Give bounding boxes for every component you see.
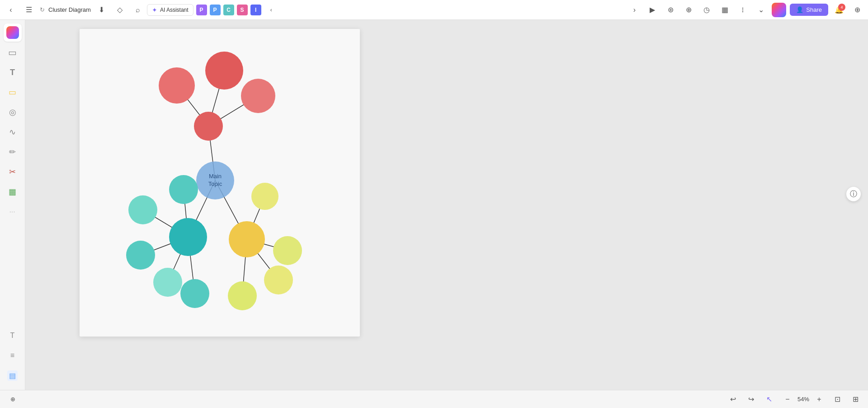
svg-point-17: [205, 52, 243, 90]
sidebar-item-styles[interactable]: [4, 24, 22, 42]
grid-button[interactable]: ▦: [717, 3, 732, 17]
notification-button[interactable]: 🔔 4: [832, 3, 846, 17]
zoom-in-button[interactable]: +: [812, 392, 826, 407]
svg-point-23: [169, 175, 198, 204]
styles-icon: [6, 26, 19, 39]
expand-button[interactable]: ›: [627, 3, 642, 17]
bottombar: ⊕ ↩ ↪ ↖ − 54% + ⊡ ⊞: [0, 390, 868, 408]
share-button[interactable]: 👤 Share: [790, 4, 828, 16]
sidebar-item-more-dots[interactable]: ···: [4, 203, 22, 221]
cluster-diagram: Main Topic: [80, 29, 360, 337]
svg-point-18: [241, 79, 275, 113]
avatar-c[interactable]: C: [223, 5, 234, 15]
search-button[interactable]: ⌕: [131, 3, 145, 17]
ai-star-icon: ✦: [152, 6, 157, 14]
extras-icon: ◎: [9, 107, 16, 117]
trim-icon: ✂: [9, 167, 16, 177]
svg-text:Main: Main: [209, 173, 222, 180]
notification-badge: 4: [838, 4, 845, 11]
sidebar-item-chart[interactable]: ▤: [4, 366, 22, 384]
topbar: ‹ ☰ ↻ Cluster Diagram ⬇ ◇ ⌕ ✦ AI Assista…: [0, 0, 868, 20]
ai-assistant-button[interactable]: ✦ AI Assistant: [147, 4, 193, 16]
panel-toggle-button[interactable]: ⊞: [848, 392, 863, 407]
brand-icon: [772, 3, 786, 17]
svg-point-29: [251, 183, 278, 210]
download-button[interactable]: ⬇: [94, 3, 109, 17]
svg-point-27: [180, 279, 209, 308]
back-button[interactable]: ‹: [4, 3, 18, 17]
more-toolbar-button[interactable]: ⌄: [754, 3, 768, 17]
svg-point-16: [159, 67, 195, 104]
redo-button[interactable]: ↪: [744, 392, 759, 407]
menu-button[interactable]: ☰: [22, 3, 36, 17]
avatar-b[interactable]: P: [210, 5, 221, 15]
fit-to-screen-button[interactable]: ⊡: [830, 392, 844, 407]
ai-label: AI Assistant: [160, 7, 189, 13]
sidebar-item-trim[interactable]: ✂: [4, 163, 22, 181]
chart-icon: ▤: [7, 370, 18, 381]
sidebar-item-text2[interactable]: T: [4, 327, 22, 345]
avatar-s[interactable]: S: [237, 5, 248, 15]
text2-icon: T: [10, 332, 15, 340]
sidebar-item-note[interactable]: ▭: [4, 83, 22, 101]
pencil-icon: ✏: [9, 147, 16, 157]
sidebar-item-shapes[interactable]: ▭: [4, 43, 22, 62]
svg-point-15: [194, 112, 223, 141]
zoom-level: 54%: [797, 396, 809, 403]
title-text: Cluster Diagram: [48, 6, 91, 13]
topbar-center: ✦ AI Assistant P P C S I ‹: [147, 3, 625, 17]
info-panel-button[interactable]: ⓘ: [846, 187, 861, 201]
list-icon: ≡: [10, 351, 14, 360]
sidebar: ▭ T ▭ ◎ ∿ ✏ ✂ ▦ ··· T ≡ ▤: [0, 20, 25, 390]
sidebar-item-list[interactable]: ≡: [4, 346, 22, 365]
app-title: Cluster Diagram: [48, 6, 91, 13]
help-button[interactable]: ⊕: [850, 3, 864, 17]
undo-button[interactable]: ↩: [726, 392, 741, 407]
animate-button[interactable]: ⊛: [663, 3, 678, 17]
bottombar-right: ↩ ↪ ↖ − 54% + ⊡ ⊞: [726, 392, 863, 407]
sidebar-item-extras[interactable]: ◎: [4, 103, 22, 121]
share-label: Share: [806, 6, 822, 13]
avatar-i[interactable]: I: [250, 5, 261, 15]
avatar-p[interactable]: P: [196, 5, 207, 15]
svg-point-24: [128, 195, 157, 224]
sidebar-item-curve[interactable]: ∿: [4, 123, 22, 141]
note-icon: ▭: [9, 87, 16, 97]
add-page-button[interactable]: ⊕: [5, 392, 20, 407]
more-dots-icon: ···: [9, 209, 15, 215]
zoom-out-button[interactable]: −: [780, 392, 795, 407]
curve-icon: ∿: [9, 127, 16, 137]
sidebar-item-text[interactable]: T: [4, 63, 22, 81]
add-page-icon: ⊕: [10, 396, 15, 403]
share-icon: 👤: [796, 6, 803, 13]
sidebar-item-table[interactable]: ▦: [4, 183, 22, 201]
canvas-area[interactable]: Main Topic ⓘ: [25, 20, 868, 390]
svg-point-22: [169, 218, 207, 256]
svg-point-30: [273, 236, 302, 265]
cursor-button[interactable]: ↖: [762, 392, 777, 407]
svg-point-26: [153, 268, 182, 297]
connections-button[interactable]: ⊕: [681, 3, 696, 17]
collapse-toolbar-button[interactable]: ‹: [264, 3, 278, 17]
text-icon: T: [10, 68, 15, 77]
svg-point-28: [229, 221, 265, 257]
svg-point-31: [264, 266, 293, 294]
tag-button[interactable]: ◇: [113, 3, 127, 17]
timer-button[interactable]: ◷: [699, 3, 714, 17]
canvas-paper[interactable]: Main Topic: [80, 29, 360, 337]
svg-point-32: [228, 281, 257, 310]
table-icon: ▦: [9, 187, 16, 197]
present-button[interactable]: ▶: [645, 3, 660, 17]
topbar-right: › ▶ ⊛ ⊕ ◷ ▦ ⫶ ⌄ 👤 Share 🔔 4 ⊕: [627, 3, 864, 17]
zoom-controls: − 54% +: [780, 392, 826, 407]
refresh-icon: ↻: [40, 6, 45, 13]
sidebar-item-pencil[interactable]: ✏: [4, 143, 22, 161]
topbar-left: ‹ ☰ ↻ Cluster Diagram ⬇ ◇ ⌕: [4, 3, 145, 17]
shapes-icon: ▭: [8, 47, 17, 58]
svg-point-25: [126, 241, 155, 270]
filter-button[interactable]: ⫶: [736, 3, 750, 17]
svg-text:Topic: Topic: [208, 180, 222, 187]
bottombar-left: ⊕: [5, 392, 20, 407]
